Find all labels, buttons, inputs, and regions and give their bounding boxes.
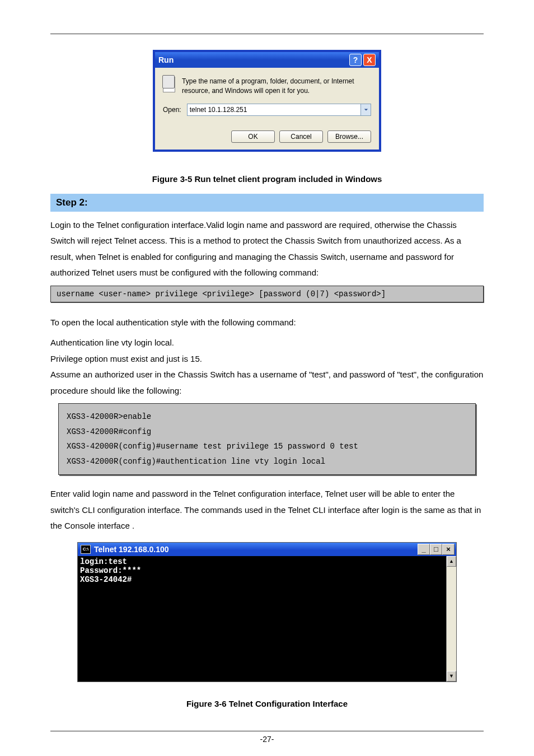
run-icon [163,77,175,92]
scroll-down-button[interactable]: ▼ [447,671,456,682]
scroll-track[interactable] [447,567,456,671]
paragraph-1: Login to the Telnet configuration interf… [50,217,484,281]
cli-lines: Authentication line vty login local. Pri… [50,335,484,399]
close-button[interactable]: X [363,54,376,66]
telnet-title: Telnet 192.168.0.100 [94,545,169,554]
run-dialog: Run ? X Type the name of a program, fold… [153,50,381,152]
run-title: Run [158,55,174,64]
step-bar: Step 2: [50,194,484,212]
browse-button[interactable]: Browse... [327,130,371,143]
open-label: Open: [163,106,181,114]
minimize-button[interactable]: _ [418,544,430,555]
ok-button[interactable]: OK [231,130,275,143]
telnet-titlebar: C:\ Telnet 192.168.0.100 _ □ × [78,543,456,556]
cli-command-1: username <user-name> privilege <privileg… [50,286,484,302]
page-number: -27- [50,735,484,744]
telnet-scrollbar[interactable]: ▲ ▼ [446,556,456,682]
paragraph-2: To open the local authentication style w… [50,315,484,331]
telnet-console[interactable]: login:test Password:**** XGS3-24042# [78,556,446,682]
cli-command-block: XGS3-42000R>enable XGS3-42000R#config XG… [58,403,476,475]
cancel-button[interactable]: Cancel [279,130,323,143]
paragraph-3-period: . [132,521,134,530]
figure-caption-1: Figure 3-5 Run telnet client program inc… [50,174,484,184]
paragraph-3-text: Enter valid login name and password in t… [50,489,481,530]
paragraph-3: Enter valid login name and password in t… [50,486,484,534]
telnet-window: C:\ Telnet 192.168.0.100 _ □ × login:tes… [77,542,457,682]
figure-caption-2: Figure 3-6 Telnet Configuration Interfac… [50,699,484,708]
run-titlebar: Run ? X [155,52,379,68]
open-input[interactable] [187,104,361,116]
open-dropdown[interactable] [361,104,371,116]
maximize-button[interactable]: □ [430,544,442,555]
cmd-icon: C:\ [81,545,91,554]
help-button[interactable]: ? [349,54,362,66]
scroll-up-button[interactable]: ▲ [447,556,456,567]
run-description: Type the name of a program, folder, docu… [182,77,371,96]
close-button-telnet[interactable]: × [442,544,455,555]
